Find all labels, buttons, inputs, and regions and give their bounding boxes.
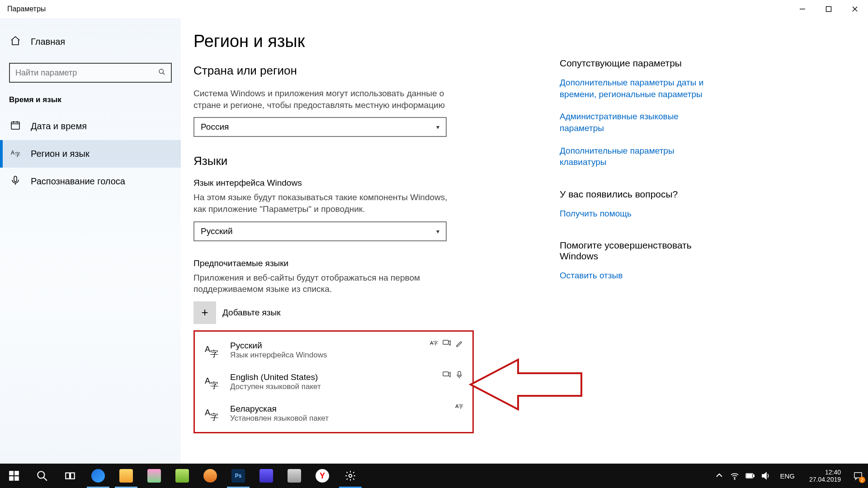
country-dropdown[interactable]: Россия ▾ <box>193 117 447 137</box>
taskbar-time: 12:40 <box>809 469 841 476</box>
task-view-button[interactable] <box>56 464 84 488</box>
language-glyph-icon: A字 <box>204 373 222 391</box>
language-icon: A字 <box>10 147 21 160</box>
svg-text:A: A <box>205 408 210 417</box>
content: Регион и язык Страна или регион Система … <box>181 18 868 464</box>
language-sub: Доступен языковой пакет <box>230 382 321 391</box>
taskbar-app-edge[interactable] <box>84 464 112 488</box>
taskbar-app-photoshop[interactable]: Ps <box>224 464 252 488</box>
taskbar-app-paint[interactable] <box>140 464 168 488</box>
preferred-languages-label: Предпочитаемые языки <box>193 258 533 268</box>
help-heading: У вас появились вопросы? <box>560 189 713 200</box>
svg-rect-32 <box>66 473 70 479</box>
svg-text:字: 字 <box>210 413 218 422</box>
language-name: Беларуская <box>230 404 329 414</box>
svg-rect-6 <box>11 122 19 129</box>
sidebar-home[interactable]: Главная <box>0 31 181 53</box>
svg-rect-21 <box>458 371 461 375</box>
search-field[interactable] <box>15 68 158 78</box>
notification-badge: 2 <box>859 477 865 483</box>
svg-text:A: A <box>11 150 14 156</box>
svg-text:A: A <box>205 345 210 354</box>
calendar-icon <box>10 120 21 133</box>
language-item[interactable]: A字 Русский Язык интерфейса Windows A字 <box>198 334 469 366</box>
search-input[interactable] <box>9 63 172 83</box>
uilang-value: Русский <box>201 226 233 236</box>
taskbar-app-paint3d[interactable] <box>196 464 224 488</box>
display-language-icon: A字 <box>455 402 463 412</box>
sidebar: Главная Время и язык Дата и время A字 Рег… <box>0 18 181 464</box>
svg-point-35 <box>734 479 735 479</box>
minimize-button[interactable] <box>789 0 816 18</box>
svg-point-4 <box>159 69 163 73</box>
sidebar-item-label: Регион и язык <box>31 149 90 159</box>
action-center-icon[interactable]: 2 <box>852 469 864 482</box>
language-sub: Установлен языковой пакет <box>230 414 329 423</box>
country-value: Россия <box>201 122 229 132</box>
svg-rect-38 <box>747 474 752 478</box>
uilang-label: Язык интерфейса Windows <box>193 178 533 188</box>
taskbar-clock[interactable]: 12:40 27.04.2019 <box>805 469 845 483</box>
sidebar-section: Время и язык <box>0 95 181 113</box>
taskbar-app-explorer[interactable] <box>112 464 140 488</box>
language-sub: Язык интерфейса Windows <box>230 351 327 360</box>
link-get-help[interactable]: Получить помощь <box>560 208 713 220</box>
page-title: Регион и язык <box>193 32 533 51</box>
sidebar-item-date-time[interactable]: Дата и время <box>0 113 181 140</box>
svg-rect-20 <box>443 372 448 376</box>
home-icon <box>10 35 21 48</box>
svg-rect-17 <box>443 340 448 344</box>
svg-text:A字: A字 <box>430 340 438 346</box>
svg-rect-29 <box>14 476 19 481</box>
region-desc: Система Windows и приложения могут испол… <box>193 88 456 111</box>
link-keyboard[interactable]: Дополнительные параметры клавиатуры <box>560 145 713 168</box>
taskbar-app-notepadpp[interactable] <box>168 464 196 488</box>
taskbar: Ps Y ENG 12:40 27.04.2019 2 <box>0 464 868 488</box>
uilang-desc: На этом языке будут показываться такие к… <box>193 192 456 215</box>
taskbar-app-settings[interactable] <box>336 464 364 488</box>
start-button[interactable] <box>0 464 28 488</box>
link-date-region[interactable]: Дополнительные параметры даты и времени,… <box>560 77 713 100</box>
svg-text:A: A <box>205 376 210 385</box>
svg-rect-1 <box>826 7 831 12</box>
volume-icon[interactable] <box>761 471 770 480</box>
taskbar-app-generic[interactable] <box>280 464 308 488</box>
microphone-icon <box>10 175 21 188</box>
search-button[interactable] <box>28 464 56 488</box>
link-feedback[interactable]: Оставить отзыв <box>560 270 713 282</box>
related-heading: Сопутствующие параметры <box>560 58 713 69</box>
language-item[interactable]: A字 Беларуская Установлен языковой пакет … <box>198 398 469 429</box>
link-admin-language[interactable]: Административные языковые параметры <box>560 111 713 134</box>
preferred-languages-desc: Приложения и веб-сайты будут отображатьс… <box>193 272 456 295</box>
svg-point-34 <box>349 474 352 478</box>
sidebar-item-region-language[interactable]: A字 Регион и язык <box>0 140 181 168</box>
sidebar-item-speech[interactable]: Распознавание голоса <box>0 168 181 195</box>
display-language-icon: A字 <box>430 339 438 349</box>
svg-text:字: 字 <box>210 381 218 390</box>
plus-icon: + <box>193 301 216 324</box>
battery-icon[interactable] <box>745 471 755 480</box>
system-tray: ENG 12:40 27.04.2019 2 <box>715 464 868 488</box>
taskbar-app-yandex[interactable]: Y <box>308 464 336 488</box>
chevron-down-icon: ▾ <box>436 123 439 131</box>
input-language-indicator[interactable]: ENG <box>776 472 798 480</box>
tray-overflow-icon[interactable] <box>715 471 724 480</box>
maximize-button[interactable] <box>816 0 842 18</box>
svg-rect-12 <box>14 176 17 182</box>
uilang-dropdown[interactable]: Русский ▾ <box>193 221 447 241</box>
wifi-icon[interactable] <box>730 471 739 480</box>
svg-text:字: 字 <box>210 349 218 358</box>
search-icon <box>158 68 165 77</box>
language-item[interactable]: A字 English (United States) Доступен язык… <box>198 366 469 398</box>
text-to-speech-icon <box>443 339 451 349</box>
add-language-button[interactable]: + Добавьте язык <box>193 301 533 324</box>
close-button[interactable] <box>842 0 868 18</box>
sidebar-home-label: Главная <box>31 37 65 47</box>
svg-rect-26 <box>9 471 14 475</box>
taskbar-app-save[interactable] <box>252 464 280 488</box>
language-list: A字 Русский Язык интерфейса Windows A字 A字 <box>193 330 474 433</box>
svg-rect-28 <box>9 476 14 481</box>
language-glyph-icon: A字 <box>204 404 222 422</box>
sidebar-item-label: Дата и время <box>31 121 87 131</box>
svg-rect-33 <box>71 473 75 479</box>
